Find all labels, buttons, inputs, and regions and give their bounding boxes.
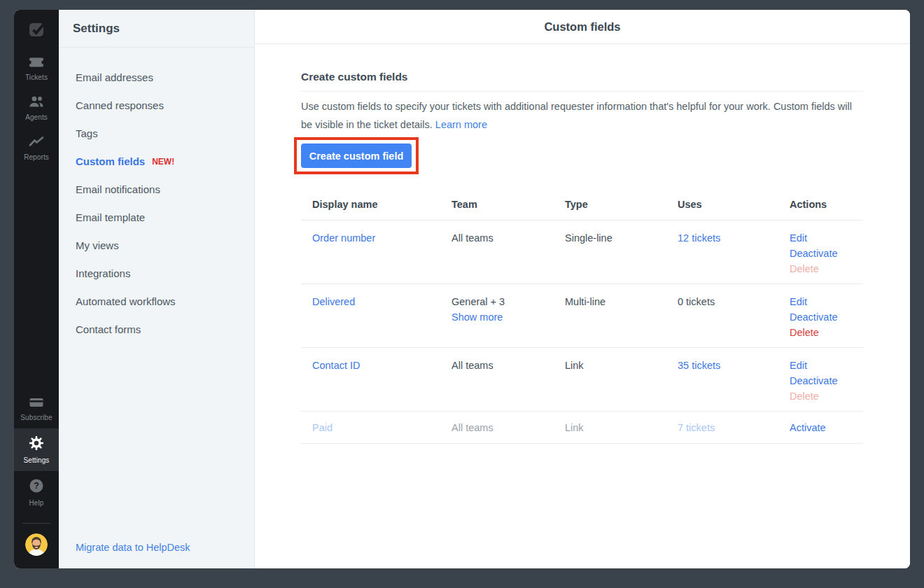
learn-more-link[interactable]: Learn more bbox=[435, 119, 487, 130]
action-deactivate[interactable]: Deactivate bbox=[790, 373, 863, 388]
settings-menu-item-custom-fields[interactable]: Custom fieldsNEW! bbox=[59, 147, 254, 175]
uses-link[interactable]: 35 tickets bbox=[678, 358, 790, 373]
action-deactivate[interactable]: Deactivate bbox=[790, 246, 863, 261]
nav-item-tickets[interactable]: Tickets bbox=[14, 50, 59, 88]
display-name-link[interactable]: Delivered bbox=[312, 294, 451, 309]
uses-cell: 12 tickets bbox=[678, 230, 790, 276]
settings-panel-header: Settings bbox=[59, 10, 254, 48]
uses-cell: 0 tickets bbox=[678, 294, 790, 340]
action-delete[interactable]: Delete bbox=[790, 261, 863, 276]
menu-item-label: Canned responses bbox=[76, 99, 164, 111]
svg-text:?: ? bbox=[34, 481, 39, 491]
migrate-data-link[interactable]: Migrate data to HelpDesk bbox=[76, 542, 190, 553]
actions-cell: Activate bbox=[790, 420, 863, 435]
uses-link[interactable]: 7 tickets bbox=[678, 420, 790, 435]
type-cell: Multi-line bbox=[565, 294, 678, 340]
actions-cell: EditDeactivateDelete bbox=[790, 230, 863, 276]
display-name-cell: Delivered bbox=[301, 294, 451, 340]
team-value: All teams bbox=[451, 230, 565, 246]
menu-item-label: Custom fields bbox=[76, 155, 145, 167]
team-cell: All teams bbox=[451, 420, 565, 435]
nav-item-reports[interactable]: Reports bbox=[14, 128, 59, 168]
helpdesk-logo-icon[interactable] bbox=[27, 20, 46, 41]
reports-icon bbox=[29, 136, 44, 150]
team-cell: All teams bbox=[451, 230, 565, 276]
column-header-type: Type bbox=[565, 199, 678, 210]
uses-cell: 35 tickets bbox=[678, 358, 790, 404]
column-header-actions: Actions bbox=[790, 199, 863, 210]
action-delete[interactable]: Delete bbox=[790, 388, 863, 404]
nav-item-label: Subscribe bbox=[20, 414, 52, 421]
display-name-cell: Contact ID bbox=[301, 358, 451, 404]
section-heading: Create custom fields bbox=[301, 69, 863, 85]
settings-menu-item-email-notifications[interactable]: Email notifications bbox=[59, 175, 254, 203]
settings-menu-item-contact-forms[interactable]: Contact forms bbox=[59, 315, 254, 343]
action-edit[interactable]: Edit bbox=[790, 358, 863, 373]
type-value: Link bbox=[565, 360, 584, 371]
ticket-icon bbox=[29, 57, 44, 70]
display-name-link[interactable]: Paid bbox=[312, 420, 451, 435]
uses-link[interactable]: 12 tickets bbox=[678, 230, 790, 246]
uses-cell: 7 tickets bbox=[678, 420, 790, 435]
annotation-highlight-box: Create custom field bbox=[294, 137, 419, 174]
menu-item-label: Tags bbox=[76, 127, 98, 139]
nav-item-settings[interactable]: Settings bbox=[14, 428, 59, 471]
table-row: PaidAll teamsLink7 ticketsActivate bbox=[301, 412, 863, 444]
action-edit[interactable]: Edit bbox=[790, 294, 863, 309]
table-row: DeliveredGeneral + 3Show moreMulti-line0… bbox=[301, 284, 863, 348]
action-activate[interactable]: Activate bbox=[790, 420, 863, 435]
display-name-link[interactable]: Order number bbox=[312, 230, 451, 246]
action-delete[interactable]: Delete bbox=[790, 325, 863, 340]
panel-footer: Migrate data to HelpDesk bbox=[59, 542, 254, 568]
rail-divider bbox=[22, 523, 50, 524]
menu-item-label: Email addresses bbox=[76, 71, 153, 83]
table-body: Order numberAll teamsSingle-line12 ticke… bbox=[301, 220, 863, 444]
settings-menu-item-email-template[interactable]: Email template bbox=[59, 203, 254, 231]
help-icon: ? bbox=[29, 479, 43, 496]
gear-icon bbox=[29, 436, 43, 453]
team-cell: General + 3Show more bbox=[451, 294, 565, 340]
settings-menu-item-automated-workflows[interactable]: Automated workflows bbox=[59, 287, 254, 315]
card-icon bbox=[29, 398, 43, 410]
nav-item-label: Agents bbox=[25, 113, 48, 121]
main-content: Create custom fields Use custom fields t… bbox=[255, 44, 910, 444]
display-name-cell: Paid bbox=[301, 420, 451, 435]
team-value: All teams bbox=[451, 420, 565, 435]
column-header-team: Team bbox=[451, 199, 565, 210]
new-badge: NEW! bbox=[152, 157, 174, 167]
display-name-link[interactable]: Contact ID bbox=[312, 358, 451, 373]
type-cell: Link bbox=[565, 358, 678, 404]
nav-item-help[interactable]: ? Help bbox=[14, 471, 59, 514]
nav-item-agents[interactable]: Agents bbox=[14, 88, 59, 128]
user-avatar[interactable] bbox=[25, 533, 48, 556]
type-value: Multi-line bbox=[565, 296, 606, 307]
settings-menu-item-integrations[interactable]: Integrations bbox=[59, 259, 254, 287]
show-more-link[interactable]: Show more bbox=[451, 309, 565, 325]
section-divider bbox=[301, 91, 863, 92]
column-header-uses: Uses bbox=[678, 199, 790, 210]
table-row: Contact IDAll teamsLink35 ticketsEditDea… bbox=[301, 348, 863, 412]
description-text: Use custom fields to specify your ticket… bbox=[301, 101, 852, 130]
action-edit[interactable]: Edit bbox=[790, 230, 863, 246]
main-area: Custom fields Create custom fields Use c… bbox=[255, 10, 910, 568]
action-deactivate[interactable]: Deactivate bbox=[790, 309, 863, 325]
agents-icon bbox=[29, 96, 44, 110]
menu-item-label: My views bbox=[76, 239, 119, 251]
page-title: Custom fields bbox=[544, 20, 620, 34]
create-custom-field-button[interactable]: Create custom field bbox=[301, 144, 412, 168]
nav-rail: Tickets Agents bbox=[14, 10, 59, 568]
table-header: Display nameTeamTypeUsesActions bbox=[301, 193, 863, 220]
custom-fields-table: Display nameTeamTypeUsesActions Order nu… bbox=[301, 193, 863, 444]
settings-menu-item-canned-responses[interactable]: Canned responses bbox=[59, 91, 254, 119]
settings-menu-item-email-addresses[interactable]: Email addresses bbox=[59, 63, 254, 91]
display-name-cell: Order number bbox=[301, 230, 451, 276]
settings-menu-item-tags[interactable]: Tags bbox=[59, 119, 254, 147]
settings-menu-item-my-views[interactable]: My views bbox=[59, 231, 254, 259]
team-value: All teams bbox=[451, 358, 565, 373]
nav-item-label: Reports bbox=[24, 153, 49, 161]
uses-value: 0 tickets bbox=[678, 296, 715, 307]
nav-item-subscribe[interactable]: Subscribe bbox=[14, 390, 59, 428]
team-cell: All teams bbox=[451, 358, 565, 404]
section-description: Use custom fields to specify your ticket… bbox=[301, 97, 863, 134]
nav-item-label: Tickets bbox=[25, 74, 48, 81]
